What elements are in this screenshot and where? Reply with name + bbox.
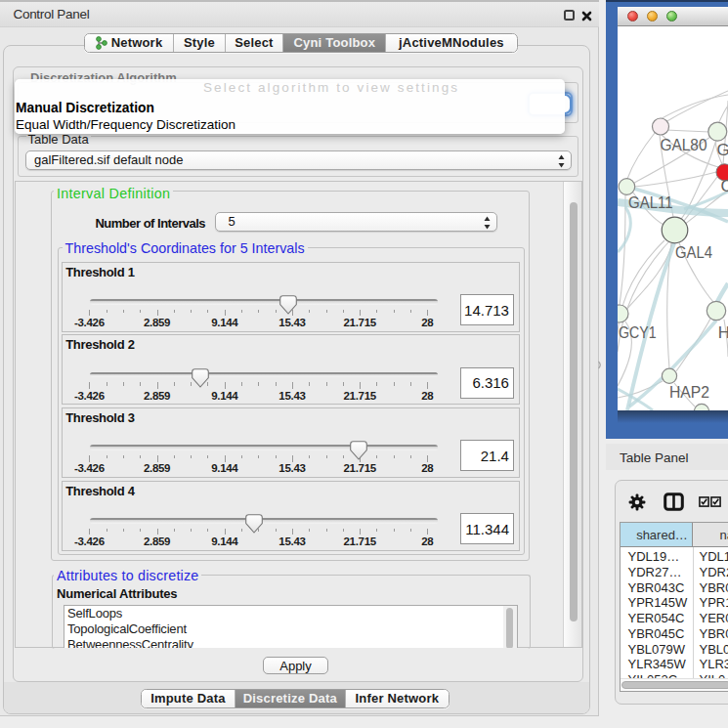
svg-text:GAL80: GAL80: [661, 136, 707, 154]
svg-text:G.: G.: [717, 141, 728, 159]
svg-text:H: H: [718, 323, 728, 342]
svg-text:GAL4: GAL4: [675, 243, 712, 262]
svg-text:GCY1: GCY1: [619, 323, 657, 342]
svg-text:C: C: [721, 177, 728, 195]
svg-text:GAL11: GAL11: [628, 193, 673, 212]
svg-text:HAP2: HAP2: [669, 383, 709, 402]
